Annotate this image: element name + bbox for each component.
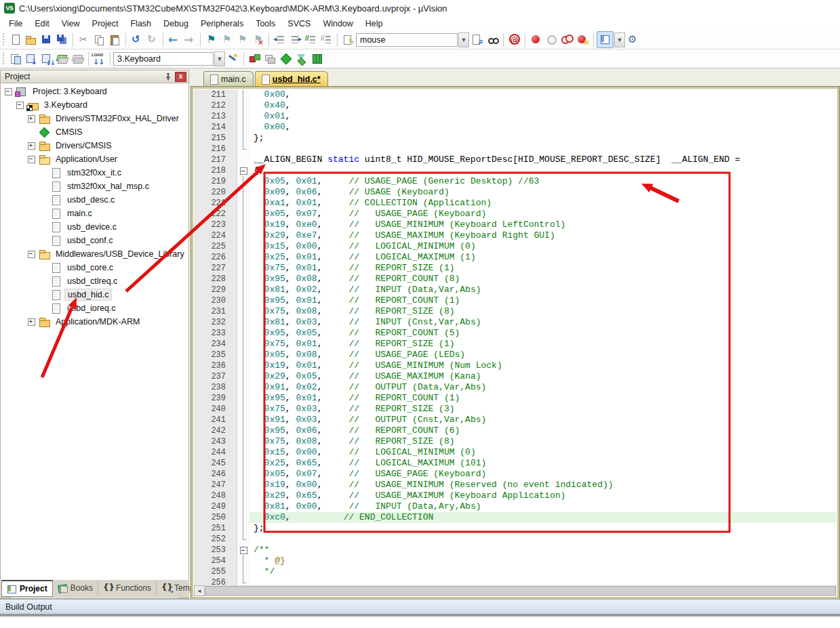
line-number[interactable]: 213 [194, 111, 237, 122]
line-number[interactable]: 225 [194, 241, 237, 252]
configure-button[interactable] [625, 32, 641, 47]
toolbar-grip[interactable] [2, 33, 5, 47]
combo-dropdown-icon[interactable]: ▼ [458, 33, 469, 47]
cut-button[interactable] [76, 32, 92, 47]
tree-item-usb-device-c[interactable]: usb_device.c [1, 220, 188, 234]
line-number[interactable]: 235 [194, 350, 237, 360]
batch-build-button[interactable] [54, 51, 70, 66]
menu-edit[interactable]: Edit [28, 18, 56, 30]
toggle-breakpoint-button[interactable] [528, 32, 544, 47]
open-file-button[interactable] [23, 32, 39, 47]
collapse-icon[interactable] [28, 251, 35, 258]
line-number[interactable]: 239 [194, 393, 237, 404]
line-number[interactable]: 250 [194, 512, 237, 523]
nav-forward-button[interactable] [182, 32, 197, 47]
line-number[interactable]: 223 [194, 219, 237, 230]
incremental-find-button[interactable] [485, 32, 500, 47]
line-number[interactable]: 254 [194, 556, 237, 566]
line-number[interactable]: 247 [194, 480, 237, 490]
toolbar-grip[interactable] [2, 52, 5, 66]
line-number[interactable]: 211 [194, 89, 237, 100]
bookmark-clear-all-button[interactable] [250, 32, 266, 47]
line-number[interactable]: 244 [194, 447, 237, 458]
line-number[interactable]: 237 [194, 371, 237, 382]
line-number[interactable]: 222 [194, 209, 237, 219]
combo-dropdown-icon[interactable]: ▼ [214, 51, 225, 66]
translate-button[interactable] [7, 51, 23, 66]
line-number[interactable]: 255 [194, 566, 237, 577]
redo-button[interactable] [144, 32, 160, 47]
new-file-button[interactable] [7, 32, 23, 47]
line-number[interactable]: 251 [194, 523, 237, 534]
line-number[interactable]: 246 [194, 469, 237, 480]
code-editor[interactable]: 211 0x00,212 0x40,213 0x01,214 0x00,215}… [194, 89, 837, 585]
panel-tab-books[interactable]: Books [53, 581, 98, 595]
tree-item-drivers-cmsis[interactable]: Drivers/CMSIS [1, 139, 188, 152]
disable-breakpoint-button[interactable] [544, 32, 559, 47]
panel-tab-functions[interactable]: Functions [98, 581, 157, 595]
line-number[interactable]: 219 [194, 176, 237, 187]
line-number[interactable]: 216 [194, 144, 237, 154]
tree-item-stm32f0xx-it-c[interactable]: stm32f0xx_it.c [1, 166, 188, 180]
pack-installer-button[interactable] [294, 51, 309, 66]
line-number[interactable]: 228 [194, 274, 237, 285]
unindent-button[interactable] [272, 32, 287, 47]
options-wand-button[interactable] [225, 51, 241, 66]
line-number[interactable]: 218 [194, 165, 237, 176]
rebuild-all-button[interactable] [39, 51, 54, 66]
menu-help[interactable]: Help [359, 18, 389, 30]
download-button[interactable] [92, 51, 107, 66]
collapse-icon[interactable] [5, 88, 12, 96]
line-number[interactable]: 227 [194, 263, 237, 274]
lookup-button[interactable] [469, 32, 485, 47]
line-number[interactable]: 252 [194, 534, 237, 545]
tree-item-usbd-ioreq-c[interactable]: usbd_ioreq.c [1, 301, 188, 315]
editor-tab-main.c[interactable]: main.c [203, 71, 254, 86]
build-button[interactable] [23, 51, 39, 66]
save-button[interactable] [39, 32, 54, 47]
menu-flash[interactable]: Flash [124, 18, 157, 30]
line-number[interactable]: 231 [194, 306, 237, 317]
editor-hscrollbar[interactable]: ◄ [194, 585, 837, 596]
expand-icon[interactable] [28, 318, 35, 326]
window-layout-button[interactable] [597, 31, 614, 48]
line-number[interactable]: 232 [194, 317, 237, 328]
line-number[interactable]: 214 [194, 122, 237, 133]
copy-button[interactable] [92, 32, 107, 47]
line-number[interactable]: 234 [194, 339, 237, 350]
tree-item-3-keyboard[interactable]: 3.Keyboard [1, 98, 188, 112]
menu-window[interactable]: Window [317, 18, 359, 30]
menu-view[interactable]: View [56, 18, 86, 30]
bookmark-toggle-button[interactable] [203, 32, 219, 47]
line-number[interactable]: 226 [194, 252, 237, 263]
fold-margin[interactable] [237, 545, 249, 556]
menu-debug[interactable]: Debug [157, 18, 195, 30]
line-number[interactable]: 212 [194, 100, 237, 111]
pin-icon[interactable] [162, 72, 174, 82]
undo-button[interactable] [129, 32, 144, 47]
line-number[interactable]: 230 [194, 295, 237, 306]
comment-selection-button[interactable] [303, 32, 319, 47]
layout-dropdown-icon[interactable]: ▼ [614, 33, 625, 47]
bookmark-prev-button[interactable] [219, 32, 235, 47]
line-number[interactable]: 238 [194, 382, 237, 393]
fold-margin[interactable] [237, 165, 249, 176]
target-select[interactable]: 3.Keyboard [113, 52, 214, 66]
stop-build-button[interactable] [70, 51, 85, 66]
tree-item-cmsis[interactable]: CMSIS [1, 125, 188, 139]
bookmark-next-button[interactable] [235, 32, 250, 47]
scroll-thumb[interactable] [205, 586, 836, 595]
tree-item-usbd-desc-c[interactable]: usbd_desc.c [1, 193, 188, 207]
tree-item-usbd-hid-c[interactable]: usbd_hid.c [1, 288, 188, 301]
manage-books-button[interactable] [309, 51, 325, 66]
kill-all-breakpoints-button[interactable] [575, 32, 591, 47]
disable-all-breakpoints-button[interactable] [559, 32, 575, 47]
tree-item-middlewares-usb-device-library[interactable]: Middlewares/USB_Device_Library [1, 247, 188, 261]
panel-tab-project[interactable]: Project [1, 580, 53, 597]
paste-button[interactable] [107, 32, 123, 47]
search-input[interactable]: mouse [356, 33, 458, 47]
expand-icon[interactable] [28, 142, 35, 150]
line-number[interactable]: 240 [194, 404, 237, 415]
line-number[interactable]: 236 [194, 360, 237, 371]
line-number[interactable]: 233 [194, 328, 237, 339]
